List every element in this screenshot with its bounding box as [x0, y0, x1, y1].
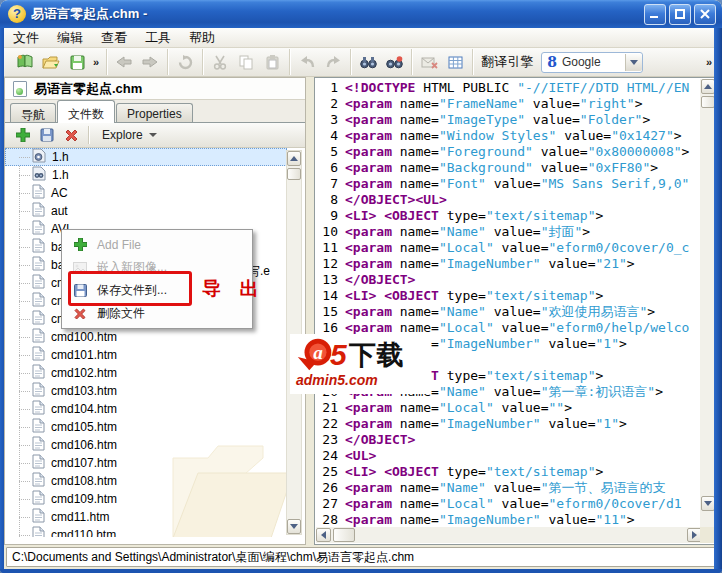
redo-icon[interactable] — [320, 50, 346, 74]
scrollbar-thumb[interactable] — [287, 168, 301, 180]
google-icon: 8 — [547, 54, 557, 70]
explore-dropdown-button[interactable]: Explore — [94, 125, 165, 145]
highlight-red-box — [68, 271, 192, 306]
file-row[interactable]: cmd103.htm — [5, 382, 305, 400]
panel-splitter[interactable] — [306, 77, 314, 545]
engine-dropdown-arrow-icon[interactable] — [625, 54, 642, 71]
paste-icon[interactable] — [259, 50, 285, 74]
menu-帮助[interactable]: 帮助 — [180, 27, 224, 49]
file-label: aut — [51, 204, 68, 218]
file-row[interactable]: cmd101.htm — [5, 346, 305, 364]
menu-文件[interactable]: 文件 — [4, 27, 48, 49]
tree-tick — [19, 409, 30, 410]
code-hscrollbar-thumb[interactable] — [333, 528, 355, 542]
tab-导航[interactable]: 导航 — [10, 103, 56, 122]
code-area[interactable]: 1<!DOCTYPE HTML PUBLIC "-//IETF//DTD HTM… — [315, 78, 701, 528]
code-line: 15<param name="Name" value="欢迎使用易语言"> — [315, 304, 701, 320]
back-icon[interactable] — [111, 50, 137, 74]
tree-tick — [19, 283, 30, 284]
close-button[interactable] — [694, 4, 716, 25]
app-help-icon: ? — [8, 5, 26, 23]
line-number: 1 — [315, 80, 345, 96]
toolbar-overflow-icon[interactable]: » — [90, 56, 102, 68]
grid-icon[interactable] — [442, 50, 468, 74]
scroll-up-icon[interactable] — [287, 151, 301, 166]
file-row[interactable]: cmd11.htm — [5, 508, 305, 526]
menu-查看[interactable]: 查看 — [92, 27, 136, 49]
save-files-button[interactable] — [35, 124, 59, 146]
file-label: cmd103.htm — [51, 384, 117, 398]
tab-Properties[interactable]: Properties — [116, 103, 193, 122]
tree-tick — [19, 535, 30, 536]
line-number: 28 — [315, 512, 345, 528]
minimize-button[interactable] — [644, 4, 666, 25]
copy-icon[interactable] — [233, 50, 259, 74]
tree-tick — [19, 499, 30, 500]
forward-icon[interactable] — [137, 50, 163, 74]
doc-icon — [32, 364, 45, 383]
refresh-icon[interactable] — [172, 50, 198, 74]
toolbar-separator — [88, 126, 89, 144]
add-file-button[interactable] — [11, 124, 35, 146]
file-row[interactable]: AC — [5, 184, 305, 202]
undo-icon[interactable] — [294, 50, 320, 74]
menu-编辑[interactable]: 编辑 — [48, 27, 92, 49]
delete-file-button[interactable] — [59, 124, 83, 146]
context-menu-label: Add File — [97, 238, 141, 252]
file-row[interactable]: cmd109.htm — [5, 490, 305, 508]
send-mail-icon[interactable] — [416, 50, 442, 74]
file-row[interactable]: cmd107.htm — [5, 454, 305, 472]
save-file-icon[interactable] — [64, 50, 90, 74]
find-icon[interactable] — [355, 50, 381, 74]
doc-icon — [32, 400, 45, 419]
scroll-down-icon[interactable] — [287, 519, 301, 534]
file-label: cmd100.htm — [51, 330, 117, 344]
tab-文件数[interactable]: 文件数 — [57, 100, 115, 123]
toolbar-group — [203, 49, 290, 75]
code-scroll-down-icon[interactable] — [701, 496, 715, 511]
file-row[interactable]: cmd108.htm — [5, 472, 305, 490]
code-horizontal-scrollbar[interactable] — [316, 527, 702, 543]
file-row[interactable]: cmd106.htm — [5, 436, 305, 454]
watermark-word: 下载 — [349, 337, 405, 373]
file-row[interactable]: 1.h — [5, 148, 287, 166]
doc-icon — [32, 418, 45, 437]
line-number: 11 — [315, 240, 345, 256]
code-scroll-left-icon[interactable] — [316, 528, 331, 542]
menu-工具[interactable]: 工具 — [136, 27, 180, 49]
doc-icon — [32, 184, 45, 203]
file-row[interactable]: aut — [5, 202, 305, 220]
file-row[interactable]: cmd104.htm — [5, 400, 305, 418]
doc-icon — [32, 256, 45, 275]
tree-tick — [19, 463, 30, 464]
context-menu-label: 删除文件 — [97, 305, 145, 322]
new-chm-icon[interactable] — [12, 50, 38, 74]
main-toolbar: » 翻译引擎 8 Google » — [4, 48, 718, 77]
tree-tick — [19, 445, 30, 446]
file-row[interactable]: cmd100.htm — [5, 328, 305, 346]
code-line: 13</OBJECT> — [315, 272, 701, 288]
file-row[interactable]: cmd105.htm — [5, 418, 305, 436]
files-toolbar: Explore — [5, 123, 305, 148]
file-row[interactable]: 1.h — [5, 166, 305, 184]
code-line: 7<param name="Font" value="MS Sans Serif… — [315, 176, 701, 192]
tree-tick — [19, 175, 30, 176]
code-scrollbar-thumb[interactable] — [701, 96, 715, 108]
file-row[interactable]: cmd110.htm — [5, 526, 305, 537]
open-file-icon[interactable] — [38, 50, 64, 74]
maximize-button[interactable] — [669, 4, 691, 25]
code-line: 9<LI> <OBJECT type="text/sitemap"> — [315, 208, 701, 224]
tree-tick — [19, 517, 30, 518]
line-number: 26 — [315, 480, 345, 496]
titlebar: ? 易语言零起点.chm - — [0, 0, 722, 28]
translate-engine-select[interactable]: 8 Google — [541, 52, 643, 73]
search-files-icon[interactable] — [381, 50, 407, 74]
cut-icon[interactable] — [207, 50, 233, 74]
tree-tick — [19, 337, 30, 338]
toolbar-overflow-right-icon[interactable]: » — [706, 56, 712, 68]
file-row[interactable]: cmd102.htm — [5, 364, 305, 382]
toolbar-group — [107, 49, 168, 75]
window-border-left — [0, 28, 4, 573]
statusbar: C:\Documents and Settings\Administrator\… — [4, 545, 718, 569]
code-scroll-up-icon[interactable] — [701, 79, 715, 94]
